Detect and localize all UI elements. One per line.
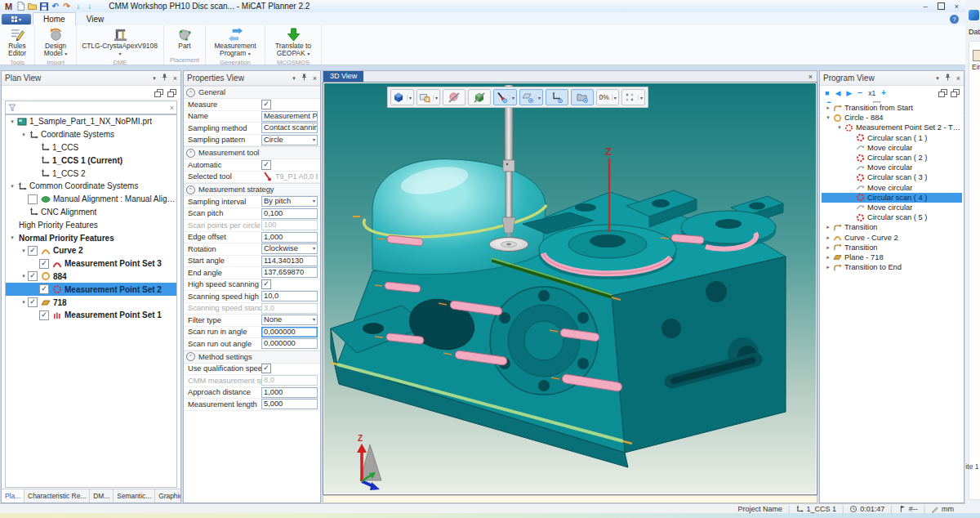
view-orientation-button[interactable]: ▾ (416, 89, 440, 105)
section-header[interactable]: ^Measurement tool (184, 146, 320, 159)
chevron-down-icon[interactable]: ▾ (510, 95, 514, 100)
panel-menu-icon[interactable]: ▾ (936, 75, 939, 82)
ribbon-tab-view[interactable]: View (76, 12, 115, 25)
expander-icon[interactable]: ▸ (824, 244, 832, 251)
pin-icon[interactable] (162, 74, 167, 83)
property-input[interactable]: 0,000000 (261, 327, 318, 337)
expander-icon[interactable]: ▾ (8, 183, 16, 190)
status-item[interactable]: 1_CCS 1 (795, 505, 836, 513)
program-step[interactable]: ▸Transition (822, 222, 962, 232)
plan-bottom-tab[interactable]: Characteristic Re... (24, 489, 90, 502)
expander-icon[interactable]: ▾ (835, 124, 844, 131)
status-item[interactable]: mm (931, 505, 954, 513)
section-header[interactable]: ^Method settings (184, 351, 320, 364)
close-document-icon[interactable]: × (808, 73, 813, 81)
cmm-machine-button[interactable]: CTLG-CrystaApexV9108 ▾ (79, 26, 161, 59)
property-checkbox[interactable]: ✓ (261, 160, 271, 170)
property-checkbox[interactable]: ✓ (261, 100, 271, 109)
status-item[interactable]: Project Name (738, 505, 783, 513)
property-checkbox[interactable]: ✓ (261, 279, 271, 289)
plan-node[interactable]: Manual Alignment : Manual Alignment (6, 193, 176, 206)
program-step[interactable]: Move circular (822, 163, 962, 172)
property-input[interactable]: 1,000 (261, 387, 318, 398)
property-input[interactable]: 8,0 (261, 375, 318, 386)
chevron-down-icon[interactable]: ▾ (433, 95, 438, 100)
checkbox[interactable]: ✓ (28, 271, 38, 281)
play-button[interactable]: ▶ (846, 89, 852, 97)
checkbox[interactable]: ✓ (28, 246, 38, 256)
pin-icon[interactable] (301, 74, 307, 83)
hide-model-button[interactable] (468, 89, 491, 105)
expander-icon[interactable]: ▾ (20, 273, 28, 279)
chevron-down-icon[interactable]: ▾ (313, 197, 315, 206)
show-paths-button[interactable] (571, 89, 594, 105)
plan-node[interactable]: High Priority Features (6, 218, 176, 231)
import-arrow-icon[interactable]: ↓ (74, 2, 82, 11)
panel-menu-icon[interactable]: ▾ (292, 75, 296, 82)
speed-down-button[interactable]: − (858, 88, 862, 97)
expand-all-icon[interactable] (938, 89, 947, 96)
collapse-chevron-icon[interactable]: ^ (186, 352, 195, 361)
chevron-down-icon[interactable]: ▾ (638, 95, 643, 100)
restore-button[interactable] (938, 2, 945, 10)
plan-node[interactable]: ▾1_Sample_Part_1_NX_NoPMI.prt (6, 115, 176, 128)
close-panel-icon[interactable]: × (173, 74, 177, 83)
section-header[interactable]: ^Measurement strategy (184, 183, 320, 196)
tab-3d-view[interactable]: 3D View (323, 71, 363, 82)
collapse-all-icon[interactable] (951, 89, 959, 96)
collapse-all-icon[interactable] (167, 89, 176, 96)
program-step[interactable]: Circular scan ( 4 ) (822, 193, 962, 203)
checkbox[interactable] (28, 194, 38, 204)
export-arrow-icon[interactable]: ↓ (85, 2, 94, 11)
plan-bottom-tab[interactable]: Pla... (2, 489, 24, 502)
expander-icon[interactable]: ▸ (824, 105, 832, 111)
property-input[interactable]: 114,340130 (261, 256, 318, 266)
chevron-down-icon[interactable]: ▾ (313, 315, 315, 324)
program-step[interactable]: Circular scan ( 3 ) (822, 172, 962, 182)
program-step[interactable]: ▸Transition from Start (822, 103, 962, 113)
save-icon[interactable] (39, 2, 48, 11)
collapse-chevron-icon[interactable]: ^ (186, 185, 195, 194)
hide-part-button[interactable] (443, 89, 466, 105)
plan-node[interactable]: ▾✓718 (6, 296, 176, 309)
expander-icon[interactable]: ▾ (20, 132, 28, 138)
property-input[interactable]: 1,000 (261, 232, 318, 243)
close-panel-icon[interactable]: × (956, 74, 960, 83)
plan-node[interactable]: CNC Alignment (6, 206, 176, 219)
status-item[interactable]: #-- (898, 505, 918, 513)
checkbox[interactable]: ✓ (39, 284, 49, 294)
status-item[interactable]: 0:01:47 (849, 505, 884, 513)
property-input[interactable]: 10,0 (261, 291, 318, 301)
program-step[interactable]: ▸Transition to End (822, 262, 962, 272)
program-step[interactable]: ▾Measurement Point Set 2 - T9_P1 (822, 123, 962, 132)
collapse-chevron-icon[interactable]: ^ (186, 88, 195, 97)
section-header[interactable]: ^General (184, 86, 320, 99)
plan-node[interactable]: ✓Measurement Point Set 2 (6, 283, 176, 296)
measurement-program-button[interactable]: Measurement Program ▾ (208, 26, 262, 59)
transparency-button[interactable]: 0%▾ (596, 89, 619, 105)
plan-node[interactable]: ▾✓Curve 2 (6, 244, 176, 257)
3d-viewport[interactable]: Z Z ▾▾▾ (323, 82, 817, 495)
property-dropdown[interactable]: None▾ (261, 315, 318, 325)
program-step[interactable]: Move circular (822, 203, 962, 212)
collapse-chevron-icon[interactable]: ^ (186, 149, 195, 158)
app-menu-button[interactable]: ▾ (2, 14, 31, 25)
property-input[interactable]: Measurement Point Set 2 (261, 111, 318, 122)
plan-node[interactable]: 1_CCS 1 (Current) (6, 154, 176, 167)
plan-node[interactable]: ▾Common Coordinate Systems (6, 180, 176, 193)
chevron-down-icon[interactable]: ▾ (536, 95, 541, 100)
expander-icon[interactable]: ▾ (20, 248, 28, 254)
program-step[interactable]: Circular scan ( 2 ) (822, 153, 962, 163)
plan-node[interactable]: 1_CCS (6, 141, 176, 154)
expander-icon[interactable]: ▸ (824, 234, 832, 241)
expand-all-icon[interactable] (154, 89, 163, 96)
show-plane-button[interactable]: ▾ (519, 89, 543, 105)
chevron-down-icon[interactable]: ▾ (612, 95, 617, 100)
ribbon-tab-home[interactable]: Home (33, 12, 76, 25)
expander-icon[interactable]: ▸ (824, 224, 832, 230)
design-model-button[interactable]: Design Model ▾ (38, 26, 74, 59)
show-probe-button[interactable]: ▾ (493, 89, 517, 105)
program-step[interactable]: Circular scan ( 1 ) (822, 133, 962, 143)
property-input[interactable]: 5,000 (261, 399, 318, 409)
checkbox[interactable]: ✓ (28, 297, 38, 307)
